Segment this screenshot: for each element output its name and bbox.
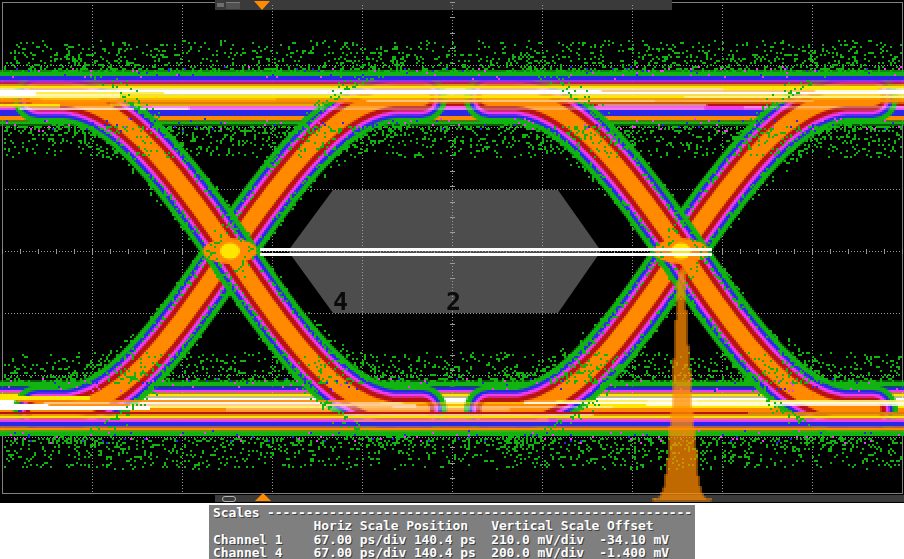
eye-width-measurement-line — [260, 248, 712, 256]
mask-region-label: 2 — [446, 289, 461, 314]
measurement-line-top-stripe — [260, 248, 712, 251]
oscilloscope-screen: 4 2 Scales -----------------------------… — [0, 0, 904, 559]
mask-region-label: 4 — [333, 289, 348, 314]
scales-panel: Scales ---------------------------------… — [209, 505, 695, 559]
measurement-line-bottom-stripe — [260, 253, 712, 256]
scales-panel-text: Scales ---------------------------------… — [209, 505, 695, 559]
